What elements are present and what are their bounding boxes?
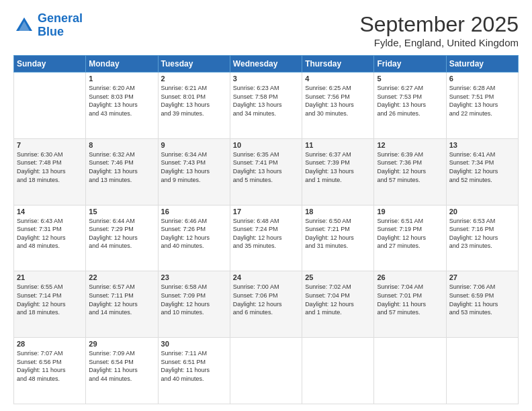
logo-text: General Blue xyxy=(38,12,83,39)
title-block: September 2025 Fylde, England, United Ki… xyxy=(359,12,519,48)
day-number: 26 xyxy=(377,273,443,281)
cell-info: Sunrise: 6:35 AMSunset: 7:41 PMDaylight:… xyxy=(233,150,299,184)
cell-info: Sunrise: 6:51 AMSunset: 7:19 PMDaylight:… xyxy=(377,217,443,250)
day-number: 1 xyxy=(89,75,154,83)
cell-info: Sunrise: 7:07 AMSunset: 6:56 PMDaylight:… xyxy=(17,349,83,383)
cell-info: Sunrise: 7:02 AMSunset: 7:04 PMDaylight:… xyxy=(305,283,371,316)
day-number: 21 xyxy=(17,273,83,281)
calendar-cell: 17Sunrise: 6:48 AMSunset: 7:24 PMDayligh… xyxy=(230,205,302,271)
day-number: 6 xyxy=(449,75,515,83)
col-sunday: Sunday xyxy=(14,56,86,73)
day-number: 17 xyxy=(233,208,299,216)
day-number: 7 xyxy=(17,141,83,149)
calendar-cell: 19Sunrise: 6:51 AMSunset: 7:19 PMDayligh… xyxy=(374,205,446,271)
calendar-table: Sunday Monday Tuesday Wednesday Thursday… xyxy=(13,55,519,404)
cell-info: Sunrise: 6:41 AMSunset: 7:34 PMDaylight:… xyxy=(449,150,515,184)
day-number: 5 xyxy=(377,75,443,83)
calendar-cell: 18Sunrise: 6:50 AMSunset: 7:21 PMDayligh… xyxy=(302,205,374,271)
day-number: 8 xyxy=(89,141,154,149)
subtitle: Fylde, England, United Kingdom xyxy=(359,37,519,48)
cell-info: Sunrise: 7:06 AMSunset: 6:59 PMDaylight:… xyxy=(449,283,515,316)
day-number: 12 xyxy=(377,141,443,149)
calendar-cell: 14Sunrise: 6:43 AMSunset: 7:31 PMDayligh… xyxy=(14,205,86,271)
day-number: 30 xyxy=(161,340,227,348)
cell-info: Sunrise: 6:46 AMSunset: 7:26 PMDaylight:… xyxy=(161,217,227,250)
logo-general: General xyxy=(38,11,83,25)
col-thursday: Thursday xyxy=(302,56,374,73)
calendar-cell: 29Sunrise: 7:09 AMSunset: 6:54 PMDayligh… xyxy=(86,338,158,404)
calendar-cell: 24Sunrise: 7:00 AMSunset: 7:06 PMDayligh… xyxy=(230,271,302,338)
day-number: 28 xyxy=(17,340,83,348)
calendar-week-5: 28Sunrise: 7:07 AMSunset: 6:56 PMDayligh… xyxy=(14,338,519,404)
calendar-header-row: Sunday Monday Tuesday Wednesday Thursday… xyxy=(14,56,519,73)
calendar-cell: 27Sunrise: 7:06 AMSunset: 6:59 PMDayligh… xyxy=(446,271,518,338)
calendar-cell: 28Sunrise: 7:07 AMSunset: 6:56 PMDayligh… xyxy=(14,338,86,404)
calendar-cell: 6Sunrise: 6:28 AMSunset: 7:51 PMDaylight… xyxy=(446,73,518,139)
cell-info: Sunrise: 6:58 AMSunset: 7:09 PMDaylight:… xyxy=(161,283,227,316)
cell-info: Sunrise: 6:32 AMSunset: 7:46 PMDaylight:… xyxy=(89,150,154,184)
header: General Blue September 2025 Fylde, Engla… xyxy=(13,12,519,48)
calendar-cell: 22Sunrise: 6:57 AMSunset: 7:11 PMDayligh… xyxy=(86,271,158,338)
calendar-cell: 2Sunrise: 6:21 AMSunset: 8:01 PMDaylight… xyxy=(158,73,230,139)
cell-info: Sunrise: 6:30 AMSunset: 7:48 PMDaylight:… xyxy=(17,150,83,184)
calendar-cell: 9Sunrise: 6:34 AMSunset: 7:43 PMDaylight… xyxy=(158,138,230,205)
day-number: 19 xyxy=(377,208,443,216)
col-wednesday: Wednesday xyxy=(230,56,302,73)
col-monday: Monday xyxy=(86,56,158,73)
calendar-cell xyxy=(374,338,446,404)
cell-info: Sunrise: 6:53 AMSunset: 7:16 PMDaylight:… xyxy=(449,217,515,250)
calendar-cell: 11Sunrise: 6:37 AMSunset: 7:39 PMDayligh… xyxy=(302,138,374,205)
cell-info: Sunrise: 6:50 AMSunset: 7:21 PMDaylight:… xyxy=(305,217,371,250)
cell-info: Sunrise: 7:09 AMSunset: 6:54 PMDaylight:… xyxy=(89,349,154,383)
logo: General Blue xyxy=(13,12,83,39)
calendar-cell: 20Sunrise: 6:53 AMSunset: 7:16 PMDayligh… xyxy=(446,205,518,271)
logo-blue: Blue xyxy=(38,25,64,38)
calendar-cell: 10Sunrise: 6:35 AMSunset: 7:41 PMDayligh… xyxy=(230,138,302,205)
cell-info: Sunrise: 6:43 AMSunset: 7:31 PMDaylight:… xyxy=(17,217,83,250)
day-number: 22 xyxy=(89,273,154,281)
cell-info: Sunrise: 6:25 AMSunset: 7:56 PMDaylight:… xyxy=(305,84,371,118)
day-number: 20 xyxy=(449,208,515,216)
day-number: 9 xyxy=(161,141,227,149)
calendar-cell: 1Sunrise: 6:20 AMSunset: 8:03 PMDaylight… xyxy=(86,73,158,139)
col-tuesday: Tuesday xyxy=(158,56,230,73)
day-number: 10 xyxy=(233,141,299,149)
calendar-cell: 12Sunrise: 6:39 AMSunset: 7:36 PMDayligh… xyxy=(374,138,446,205)
calendar-week-4: 21Sunrise: 6:55 AMSunset: 7:14 PMDayligh… xyxy=(14,271,519,338)
day-number: 15 xyxy=(89,208,154,216)
calendar-cell xyxy=(230,338,302,404)
calendar-cell: 16Sunrise: 6:46 AMSunset: 7:26 PMDayligh… xyxy=(158,205,230,271)
cell-info: Sunrise: 6:28 AMSunset: 7:51 PMDaylight:… xyxy=(449,84,515,118)
day-number: 14 xyxy=(17,208,83,216)
col-friday: Friday xyxy=(374,56,446,73)
calendar-cell: 7Sunrise: 6:30 AMSunset: 7:48 PMDaylight… xyxy=(14,138,86,205)
cell-info: Sunrise: 6:20 AMSunset: 8:03 PMDaylight:… xyxy=(89,84,154,118)
cell-info: Sunrise: 6:55 AMSunset: 7:14 PMDaylight:… xyxy=(17,283,83,316)
cell-info: Sunrise: 6:48 AMSunset: 7:24 PMDaylight:… xyxy=(233,217,299,250)
calendar-cell: 30Sunrise: 7:11 AMSunset: 6:51 PMDayligh… xyxy=(158,338,230,404)
calendar-cell: 25Sunrise: 7:02 AMSunset: 7:04 PMDayligh… xyxy=(302,271,374,338)
calendar-cell: 8Sunrise: 6:32 AMSunset: 7:46 PMDaylight… xyxy=(86,138,158,205)
calendar-cell xyxy=(446,338,518,404)
day-number: 11 xyxy=(305,141,371,149)
day-number: 2 xyxy=(161,75,227,83)
cell-info: Sunrise: 6:57 AMSunset: 7:11 PMDaylight:… xyxy=(89,283,154,316)
day-number: 4 xyxy=(305,75,371,83)
cell-info: Sunrise: 6:37 AMSunset: 7:39 PMDaylight:… xyxy=(305,150,371,184)
day-number: 23 xyxy=(161,273,227,281)
cell-info: Sunrise: 6:39 AMSunset: 7:36 PMDaylight:… xyxy=(377,150,443,184)
calendar-week-3: 14Sunrise: 6:43 AMSunset: 7:31 PMDayligh… xyxy=(14,205,519,271)
cell-info: Sunrise: 7:04 AMSunset: 7:01 PMDaylight:… xyxy=(377,283,443,316)
day-number: 3 xyxy=(233,75,299,83)
cell-info: Sunrise: 6:23 AMSunset: 7:58 PMDaylight:… xyxy=(233,84,299,118)
day-number: 25 xyxy=(305,273,371,281)
day-number: 24 xyxy=(233,273,299,281)
calendar-cell: 26Sunrise: 7:04 AMSunset: 7:01 PMDayligh… xyxy=(374,271,446,338)
cell-info: Sunrise: 6:34 AMSunset: 7:43 PMDaylight:… xyxy=(161,150,227,184)
calendar-week-2: 7Sunrise: 6:30 AMSunset: 7:48 PMDaylight… xyxy=(14,138,519,205)
calendar-week-1: 1Sunrise: 6:20 AMSunset: 8:03 PMDaylight… xyxy=(14,73,519,139)
calendar-cell: 3Sunrise: 6:23 AMSunset: 7:58 PMDaylight… xyxy=(230,73,302,139)
cell-info: Sunrise: 6:27 AMSunset: 7:53 PMDaylight:… xyxy=(377,84,443,118)
day-number: 16 xyxy=(161,208,227,216)
main-title: September 2025 xyxy=(359,12,519,37)
